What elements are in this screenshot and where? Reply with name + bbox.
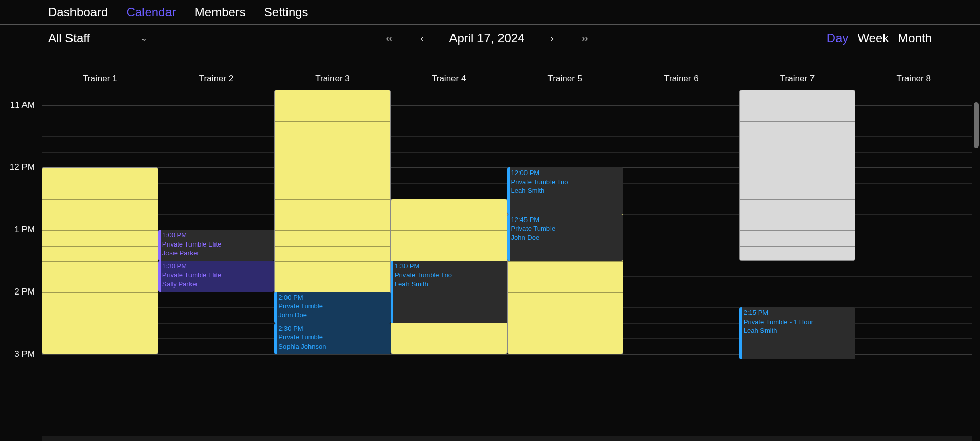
event-line: Private Tumble - 1 Hour bbox=[744, 317, 854, 327]
trainer-column-header: Trainer 8 bbox=[855, 71, 972, 90]
time-gutter: 11 AM12 PM1 PM2 PM3 PM bbox=[0, 90, 42, 436]
top-nav: Dashboard Calendar Members Settings bbox=[0, 0, 980, 25]
event-line: Private Tumble bbox=[511, 224, 622, 233]
event-line: 12:45 PM bbox=[511, 215, 622, 225]
availability-block[interactable] bbox=[274, 90, 391, 323]
event-line: Private Tumble Elite bbox=[162, 271, 273, 280]
calendar-event[interactable]: 1:30 PMPrivate Tumble EliteSally Parker bbox=[158, 261, 275, 292]
event-line: Leah Smith bbox=[395, 280, 505, 289]
trainer-header-row: Trainer 1Trainer 2Trainer 3Trainer 4Trai… bbox=[42, 71, 972, 90]
time-label: 11 AM bbox=[10, 100, 35, 110]
calendar-event[interactable]: 2:15 PMPrivate Tumble - 1 HourLeah Smith bbox=[739, 307, 856, 359]
availability-block[interactable] bbox=[42, 167, 158, 354]
trainer-column-header: Trainer 4 bbox=[391, 71, 507, 90]
trainer-column-header: Trainer 3 bbox=[274, 71, 391, 90]
calendar-event[interactable]: 1:30 PMPrivate Tumble TrioLeah Smith bbox=[391, 261, 507, 323]
time-label: 12 PM bbox=[10, 162, 35, 173]
calendar-event[interactable]: 12:00 PMPrivate Tumble TrioLeah Smith bbox=[507, 167, 624, 214]
vertical-scrollbar[interactable] bbox=[974, 102, 979, 148]
event-line: 1:00 PM bbox=[162, 231, 273, 240]
event-line: 12:00 PM bbox=[511, 168, 622, 178]
time-label: 3 PM bbox=[14, 349, 35, 359]
time-label: 2 PM bbox=[14, 287, 35, 297]
staff-filter-label: All Staff bbox=[48, 31, 90, 45]
calendar-toolbar: All Staff ⌄ ‹‹ ‹ April 17, 2024 › ›› Day… bbox=[0, 25, 980, 50]
event-line: Private Tumble Elite bbox=[162, 240, 273, 249]
nav-dashboard[interactable]: Dashboard bbox=[48, 5, 108, 19]
view-switch: Day Week Month bbox=[827, 31, 932, 45]
event-line: Private Tumble bbox=[278, 333, 389, 342]
calendar-grid[interactable]: 12:00 PMPrivate Tumble TrioLeah Smith12:… bbox=[42, 90, 972, 436]
trainer-column-header: Trainer 6 bbox=[623, 71, 739, 90]
date-navigator: ‹‹ ‹ April 17, 2024 › ›› bbox=[147, 31, 826, 45]
event-line: Josie Parker bbox=[162, 249, 273, 258]
nav-members[interactable]: Members bbox=[195, 5, 246, 19]
availability-block[interactable] bbox=[739, 90, 856, 261]
chevron-down-icon: ⌄ bbox=[141, 34, 147, 42]
event-line: Private Tumble Trio bbox=[511, 178, 622, 187]
prev-fast-button[interactable]: ‹‹ bbox=[383, 33, 395, 44]
event-line: 1:30 PM bbox=[162, 262, 273, 271]
staff-filter-select[interactable]: All Staff ⌄ bbox=[48, 31, 147, 45]
calendar-event[interactable]: 12:45 PMPrivate TumbleJohn Doe bbox=[507, 214, 624, 261]
trainer-column-header: Trainer 2 bbox=[158, 71, 275, 90]
view-week-button[interactable]: Week bbox=[857, 31, 889, 45]
next-button[interactable]: › bbox=[547, 33, 557, 44]
event-line: Sally Parker bbox=[162, 280, 273, 289]
event-line: John Doe bbox=[511, 233, 622, 242]
view-month-button[interactable]: Month bbox=[898, 31, 932, 45]
prev-button[interactable]: ‹ bbox=[417, 33, 426, 44]
event-line: John Doe bbox=[278, 311, 389, 320]
event-line: 2:00 PM bbox=[278, 293, 389, 302]
trainer-column-header: Trainer 7 bbox=[739, 71, 856, 90]
event-line: 1:30 PM bbox=[395, 262, 505, 271]
nav-settings[interactable]: Settings bbox=[264, 5, 308, 19]
trainer-column-header: Trainer 5 bbox=[507, 71, 624, 90]
calendar-event[interactable]: 2:30 PMPrivate TumbleSophia Johnson bbox=[274, 323, 391, 354]
event-line: 2:30 PM bbox=[278, 324, 389, 333]
event-line: Private Tumble bbox=[278, 302, 389, 311]
time-label: 1 PM bbox=[14, 225, 35, 235]
next-fast-button[interactable]: ›› bbox=[579, 33, 591, 44]
view-day-button[interactable]: Day bbox=[827, 31, 849, 45]
current-date-label: April 17, 2024 bbox=[449, 31, 524, 45]
event-line: Leah Smith bbox=[744, 326, 854, 335]
event-line: 2:15 PM bbox=[744, 308, 854, 317]
event-line: Sophia Johnson bbox=[278, 342, 389, 351]
event-line: Private Tumble Trio bbox=[395, 271, 505, 280]
horizontal-scrollbar[interactable] bbox=[42, 436, 972, 441]
calendar-event[interactable]: 2:00 PMPrivate TumbleJohn Doe bbox=[274, 292, 391, 323]
calendar-event[interactable]: 1:00 PMPrivate Tumble EliteJosie Parker bbox=[158, 230, 275, 261]
nav-calendar[interactable]: Calendar bbox=[126, 5, 176, 19]
trainer-column-header: Trainer 1 bbox=[42, 71, 158, 90]
calendar-area: Trainer 1Trainer 2Trainer 3Trainer 4Trai… bbox=[0, 71, 980, 441]
event-line: Leah Smith bbox=[511, 186, 622, 195]
